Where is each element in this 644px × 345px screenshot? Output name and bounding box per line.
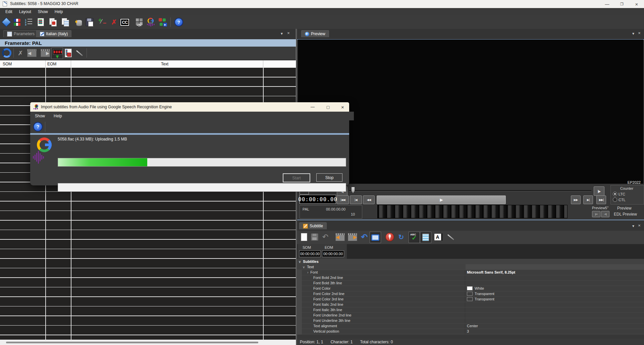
menu-help[interactable]: Help (51, 8, 66, 15)
clip-prev-icon[interactable]: ◀ (335, 232, 345, 242)
copy-documents-red-icon[interactable] (48, 17, 58, 27)
dialog-menu-show[interactable]: Show (35, 114, 45, 118)
rewind-button[interactable]: ◀◀ (363, 195, 375, 204)
dialog-minimize-button[interactable]: — (305, 102, 320, 112)
skip-to-end-button[interactable]: ▶▶| (596, 195, 606, 204)
close-button[interactable]: × (629, 0, 644, 8)
menu-edit[interactable]: Edit (2, 8, 16, 15)
tab-subtitle[interactable]: Subtitle (299, 222, 327, 229)
menu-layout[interactable]: Layout (16, 8, 35, 15)
property-row-text-alignment[interactable]: Text alignment Center (297, 323, 644, 329)
next-frame-button[interactable]: ▶| (583, 195, 593, 204)
subtitle-dropdown-icon[interactable]: ▾ (631, 224, 636, 228)
play-button[interactable]: ▶ (377, 195, 506, 204)
dialog-menu-help[interactable]: Help (54, 114, 62, 118)
menu-show[interactable]: Show (35, 8, 51, 15)
save-icon[interactable] (309, 232, 320, 242)
property-row-font-italic-3th[interactable]: Font Italic 3th line (297, 307, 644, 313)
restore-button[interactable]: ❐ (614, 0, 629, 8)
import-document-icon[interactable] (36, 17, 46, 27)
copy-documents-blue-icon[interactable] (60, 17, 70, 27)
preview-close-icon[interactable]: × (637, 31, 642, 36)
save-file-icon[interactable] (85, 17, 95, 27)
google-speech-icon[interactable] (146, 17, 156, 27)
property-row-font-color[interactable]: Font Color White (297, 286, 644, 291)
tab-preview[interactable]: ▶ Preview (301, 30, 329, 37)
text-lines-icon[interactable] (420, 232, 431, 243)
start-button[interactable]: Start (283, 173, 310, 182)
radio-ltc[interactable]: LTC (613, 192, 625, 196)
radio-ctl[interactable]: CTL (613, 197, 626, 202)
filmstrip-thumbnails[interactable] (377, 205, 568, 218)
tab-italian-italy[interactable]: Italian (Italy) (36, 30, 71, 37)
preview-out-button[interactable]: ->| (601, 211, 609, 217)
chevron-right-icon[interactable]: › (307, 271, 308, 274)
subtitle-close-icon[interactable]: × (637, 223, 642, 228)
screen-box-icon[interactable] (370, 232, 381, 243)
tool-wand-icon[interactable] (445, 232, 456, 242)
spellcheck-icon[interactable]: ABC ✓ (409, 232, 420, 243)
languages-flags-icon[interactable] (12, 17, 22, 27)
undo-blue-icon[interactable]: ↶ (359, 232, 370, 242)
microphone-icon[interactable] (384, 232, 395, 242)
edl-preview-label[interactable]: EDL Preview (614, 212, 637, 217)
property-row-font-underline-2nd[interactable]: Font Underline 2nd line (297, 312, 644, 318)
dialog-help-icon[interactable]: ? (33, 122, 43, 131)
column-som[interactable]: SOM (3, 62, 12, 66)
property-row-font[interactable]: ›Font Microsoft Sans Serif, 8.25pt (297, 270, 644, 275)
letter-a-icon[interactable]: A (433, 232, 443, 242)
new-document-icon[interactable] (299, 232, 309, 242)
numbered-list-icon[interactable]: 123 (23, 17, 34, 27)
preview-dropdown-icon[interactable]: ▾ (631, 31, 636, 36)
database-export-icon[interactable]: ➧ (73, 17, 83, 27)
project-gem-icon[interactable] (1, 17, 11, 27)
media-flowchart-icon[interactable]: ▶ (158, 17, 168, 27)
skip-to-start-button[interactable]: |◀◀ (337, 195, 349, 204)
locked-document-icon[interactable] (63, 48, 73, 58)
slider-step-forward-button[interactable]: |▶ (594, 186, 604, 196)
tab-close-icon[interactable]: × (286, 31, 291, 36)
refresh-circle-icon[interactable] (2, 48, 12, 58)
help-icon[interactable]: ? (174, 17, 184, 27)
delete-red-x-icon[interactable]: ✗ (109, 17, 119, 27)
previous-frame-button[interactable]: |◀ (350, 195, 362, 204)
tab-list-dropdown-icon[interactable]: ▾ (279, 31, 284, 36)
property-row-font-italic-2nd[interactable]: Font Italic 2nd line (297, 302, 644, 307)
dialog-maximize-button[interactable]: ▢ (321, 102, 335, 112)
import-filmstrip-icon[interactable]: ▼ (51, 48, 63, 59)
delete-x-icon[interactable]: ✗ (15, 48, 25, 58)
tab-parameters[interactable]: Parameters (3, 30, 38, 37)
som-input[interactable]: 00:00:00.00 (299, 250, 321, 257)
property-row-vertical-position[interactable]: Vertical position 3 (297, 329, 644, 334)
clip-next-icon[interactable]: ▶ (347, 232, 358, 242)
property-group-subtitles[interactable]: ∨Subtitles (297, 259, 644, 265)
timeline-slider-thumb[interactable] (352, 187, 355, 193)
timeline-slider-track[interactable] (349, 190, 591, 191)
chevron-down-icon[interactable]: ∨ (303, 265, 305, 269)
property-row-font-bold-2nd[interactable]: Font Bold 2nd line (297, 275, 644, 281)
fast-forward-button[interactable]: ▶▶ (571, 195, 581, 204)
minimize-button[interactable]: — (600, 0, 614, 8)
preview-mode-label[interactable]: Preview (617, 206, 632, 211)
property-group-text[interactable]: ∨Text (297, 264, 644, 270)
refresh-blue-icon[interactable]: ↻ (396, 232, 407, 242)
audio-blocks-icon[interactable] (134, 17, 144, 27)
column-text[interactable]: Text (161, 62, 168, 66)
clip-right-icon[interactable]: ▶ (40, 48, 51, 58)
undo-gray-icon[interactable]: ↶ (320, 232, 331, 242)
stop-button[interactable]: Stop (316, 173, 342, 182)
property-row-font-color-3rd[interactable]: Font Color 3rd line Transparent (297, 296, 644, 302)
clip-left-icon[interactable]: ◀ (26, 48, 38, 58)
scrollbar-thumb[interactable] (6, 342, 258, 343)
column-eom[interactable]: EOM (47, 62, 56, 66)
dialog-close-button[interactable]: × (336, 102, 349, 112)
tool-wand-icon[interactable] (74, 48, 85, 58)
horizontal-scrollbar[interactable] (0, 340, 296, 345)
add-remove-icon[interactable]: + ⁄ − (97, 17, 107, 27)
property-row-font-bold-3th[interactable]: Font Bold 3th line (297, 280, 644, 286)
closed-captions-icon[interactable]: CC (120, 17, 130, 27)
property-row-font-underline-3th[interactable]: Font Underline 3th line (297, 318, 644, 324)
property-row-font-color-2nd[interactable]: Font Color 2nd line Transparent (297, 291, 644, 297)
chevron-down-icon[interactable]: ∨ (299, 260, 301, 264)
preview-in-button[interactable]: |-> (592, 211, 600, 217)
